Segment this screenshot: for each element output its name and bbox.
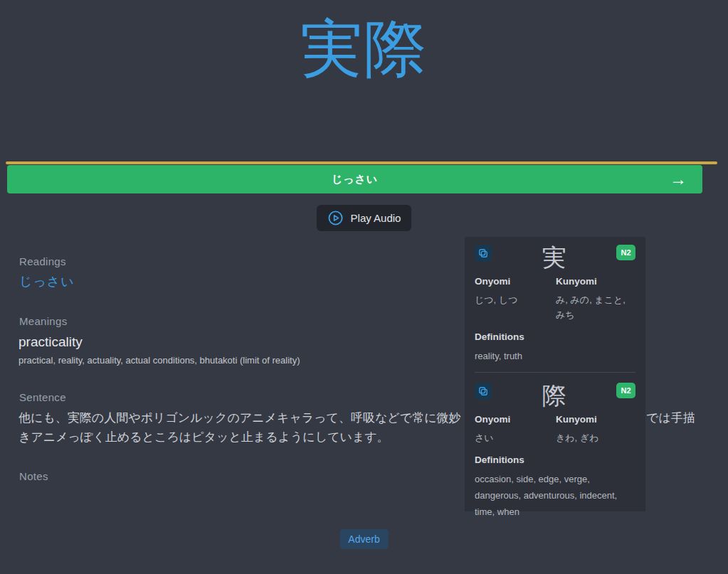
kunyomi-readings: きわ, ぎわ <box>556 430 635 445</box>
kanji-detail-panel: 実 N2 Onyomi じつ, しつ Kunyomi み, みの, まこと, み… <box>465 237 645 511</box>
copy-kanji-icon[interactable] <box>475 383 492 400</box>
onyomi-heading: Onyomi <box>475 414 556 425</box>
sentence-line-1: 他にも、実際の人間やポリゴンルックのアニメキャラって、呼吸などで常に微妙 <box>19 410 461 426</box>
timer-bar <box>6 161 717 164</box>
jlpt-level-badge: N2 <box>616 383 635 398</box>
readings-value: じっさい <box>19 273 75 290</box>
sentence-heading: Sentence <box>19 391 66 403</box>
play-audio-label: Play Audio <box>351 212 401 224</box>
onyomi-readings: じつ, しつ <box>475 292 556 307</box>
part-of-speech-tag[interactable]: Adverb <box>339 529 388 549</box>
vocab-kanji-headword: 実際 <box>0 10 728 88</box>
meaning-secondary: practical, reality, actuality, actual co… <box>19 355 300 366</box>
play-icon <box>327 210 344 226</box>
play-audio-button[interactable]: Play Audio <box>317 205 412 231</box>
onyomi-heading: Onyomi <box>475 276 556 287</box>
definitions-heading: Definitions <box>475 331 635 342</box>
kunyomi-heading: Kunyomi <box>556 414 635 425</box>
meaning-primary: practicality <box>19 334 83 350</box>
definitions-heading: Definitions <box>475 455 635 465</box>
definitions-text: occasion, side, edge, verge, dangerous, … <box>475 471 635 520</box>
kunyomi-heading: Kunyomi <box>556 276 635 287</box>
sentence-line-2: きアニメっぽく止めるところはピタッと止まるようにしています。 <box>19 429 389 445</box>
meanings-heading: Meanings <box>19 315 67 327</box>
jlpt-level-badge: N2 <box>616 245 635 260</box>
readings-heading: Readings <box>19 255 66 267</box>
onyomi-readings: さい <box>475 430 556 445</box>
kanji-card: 際 N2 Onyomi さい Kunyomi きわ, ぎわ Definition… <box>465 375 645 526</box>
card-divider <box>475 372 635 373</box>
kunyomi-readings: み, みの, まこと, みち <box>556 292 635 322</box>
copy-kanji-icon[interactable] <box>475 245 492 262</box>
flashcard-page: 実際 じっさい → Play Audio Readings じっさい Meani… <box>0 0 728 574</box>
answer-reading-text: じっさい <box>332 173 378 186</box>
notes-heading: Notes <box>19 470 48 482</box>
kanji-card: 実 N2 Onyomi じつ, しつ Kunyomi み, みの, まこと, み… <box>465 237 645 370</box>
answer-input-bar[interactable]: じっさい → <box>7 165 702 193</box>
kanji-character: 実 <box>542 243 566 272</box>
submit-arrow-icon[interactable]: → <box>670 171 687 188</box>
definitions-text: reality, truth <box>475 348 635 364</box>
kanji-character: 際 <box>542 381 566 410</box>
sentence-line-1-overflow: では手描 <box>646 410 695 426</box>
